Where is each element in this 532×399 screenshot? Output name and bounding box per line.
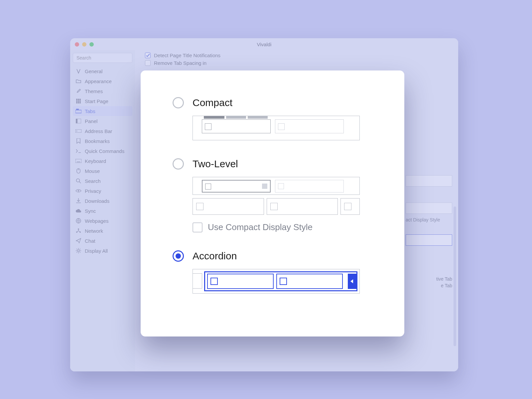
radio-two-level[interactable]: [173, 158, 184, 170]
checkbox-icon: [145, 60, 151, 66]
svg-rect-10: [76, 109, 79, 110]
checkbox-detect-title[interactable]: Detect Page Title Notifications: [145, 52, 448, 59]
sidebar-item-mouse[interactable]: Mouse: [73, 166, 132, 176]
vivaldi-icon: [75, 68, 81, 74]
option-compact: Compact: [173, 97, 380, 140]
svg-point-14: [76, 131, 77, 132]
sidebar-item-search[interactable]: Search: [73, 176, 132, 186]
radio-accordion[interactable]: [173, 250, 184, 262]
bg-option: [406, 173, 452, 187]
gear-icon: [75, 248, 81, 254]
svg-rect-2: [79, 99, 81, 100]
checkbox-icon: [193, 222, 202, 232]
sidebar-item-start-page[interactable]: Start Page: [73, 96, 132, 106]
sidebar-item-display-all[interactable]: Display All: [73, 246, 132, 256]
sidebar-item-quick-commands[interactable]: Quick Commands: [73, 146, 132, 156]
checkbox-label: Detect Page Title Notifications: [154, 53, 220, 58]
mouse-icon: [75, 168, 81, 174]
svg-rect-7: [78, 102, 79, 103]
radio-compact[interactable]: [173, 97, 184, 108]
folder-icon: [75, 78, 81, 84]
sidebar-item-label: Address Bar: [85, 128, 112, 134]
search-icon: [75, 178, 81, 184]
panel-icon: [75, 118, 81, 124]
checkbox-use-compact-display[interactable]: Use Compact Display Style: [193, 222, 380, 232]
sidebar-item-label: Search: [85, 178, 101, 184]
eye-icon: [75, 188, 81, 194]
svg-rect-9: [75, 110, 81, 113]
sidebar-item-label: Themes: [85, 88, 103, 94]
option-accordion: Accordion: [173, 250, 380, 294]
globe-icon: [75, 218, 81, 224]
tab-stack-style-modal: Compact Two-Level: [141, 70, 404, 336]
option-label: Two-Level: [193, 158, 238, 170]
checkbox-remove-spacing[interactable]: Remove Tab Spacing in: [145, 59, 448, 67]
svg-rect-4: [78, 100, 79, 102]
sidebar-item-network[interactable]: Network: [73, 226, 132, 236]
checkbox-icon: [145, 53, 151, 58]
svg-rect-15: [75, 159, 81, 163]
sidebar-item-keyboard[interactable]: Keyboard: [73, 156, 132, 166]
sidebar-item-chat[interactable]: Chat: [73, 236, 132, 246]
sidebar-item-label: Network: [85, 228, 103, 234]
bg-option: tive Tab e Tab: [436, 276, 452, 288]
bg-option: [406, 232, 452, 246]
brush-icon: [75, 88, 81, 94]
checkbox-label: Use Compact Display Style: [208, 222, 313, 232]
svg-rect-1: [78, 99, 79, 100]
bg-text: tive Tab: [436, 276, 452, 282]
two-level-illustration: [193, 177, 360, 216]
checkbox-label: Remove Tab Spacing in: [154, 60, 206, 66]
search-input[interactable]: [73, 53, 132, 63]
sidebar-item-bookmarks[interactable]: Bookmarks: [73, 136, 132, 146]
svg-rect-5: [79, 100, 81, 102]
sidebar-item-privacy[interactable]: Privacy: [73, 186, 132, 196]
svg-line-20: [79, 182, 81, 183]
bg-option: act Display Style: [406, 200, 452, 222]
bg-text: act Display Style: [406, 217, 440, 222]
bg-text: e Tab: [441, 283, 452, 288]
sidebar-item-address-bar[interactable]: Address Bar: [73, 126, 132, 136]
svg-rect-12: [76, 119, 77, 123]
svg-rect-16: [77, 162, 80, 162]
sidebar-item-label: Webpages: [85, 218, 108, 224]
download-icon: [75, 198, 81, 204]
sidebar-item-label: General: [85, 68, 102, 74]
sidebar-item-sync[interactable]: Sync: [73, 206, 132, 216]
svg-rect-3: [76, 100, 77, 102]
sidebar-item-label: Sync: [85, 208, 96, 214]
sidebar-item-label: Keyboard: [85, 158, 106, 164]
sidebar-item-webpages[interactable]: Webpages: [73, 216, 132, 226]
sidebar-item-general[interactable]: General: [73, 66, 132, 76]
sidebar-item-label: Bookmarks: [85, 138, 110, 144]
svg-rect-0: [76, 99, 77, 100]
sidebar-item-label: Privacy: [85, 188, 101, 194]
network-icon: [75, 228, 81, 234]
svg-rect-13: [75, 129, 81, 133]
svg-point-23: [78, 228, 79, 230]
sidebar-item-panel[interactable]: Panel: [73, 116, 132, 126]
sidebar-item-label: Appearance: [85, 78, 112, 84]
sidebar-item-appearance[interactable]: Appearance: [73, 76, 132, 86]
option-label: Accordion: [193, 250, 237, 262]
sidebar-item-tabs[interactable]: Tabs: [73, 106, 132, 116]
sidebar-item-label: Start Page: [85, 98, 108, 104]
svg-point-26: [77, 250, 79, 252]
sidebar-item-themes[interactable]: Themes: [73, 86, 132, 96]
svg-rect-8: [79, 102, 81, 103]
sidebar-item-label: Mouse: [85, 168, 100, 174]
sidebar-nav: General Appearance Themes Start Page Tab…: [73, 66, 132, 256]
sidebar-item-label: Tabs: [85, 108, 95, 114]
titlebar: Vivaldi: [70, 38, 458, 50]
sidebar-item-downloads[interactable]: Downloads: [73, 196, 132, 206]
send-icon: [75, 238, 81, 244]
sidebar-item-label: Chat: [85, 238, 95, 244]
option-two-level: Two-Level Use Compact Display Style: [173, 158, 380, 232]
accordion-illustration: [193, 269, 360, 294]
terminal-icon: [75, 148, 81, 154]
keyboard-icon: [75, 158, 81, 164]
scrollbar[interactable]: [454, 206, 456, 346]
tabs-icon: [75, 108, 81, 114]
grid-icon: [75, 98, 81, 104]
compact-illustration: [193, 116, 360, 140]
